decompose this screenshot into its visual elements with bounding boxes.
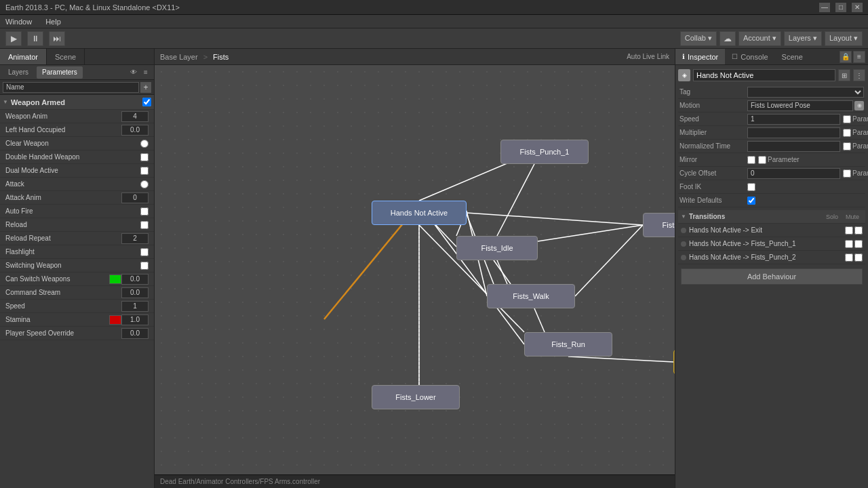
param-value[interactable] (121, 233, 149, 244)
tab-scene[interactable]: Scene (47, 49, 85, 64)
collab-dropdown[interactable]: Collab ▾ (680, 31, 717, 46)
subtab-menu-btn[interactable]: ≡ (140, 67, 151, 78)
param-value[interactable] (121, 301, 149, 312)
transition-mute-checkbox[interactable] (854, 226, 863, 235)
param-value[interactable] (121, 111, 149, 122)
speed-input[interactable] (747, 114, 840, 125)
foot-ik-checkbox[interactable] (747, 183, 755, 191)
close-button[interactable]: ✕ (852, 3, 863, 12)
eye-icon-btn[interactable]: 👁 (128, 67, 139, 78)
transition-mute-checkbox[interactable] (854, 253, 863, 262)
node-fists-lower[interactable]: Fists_Lower (372, 385, 460, 409)
param-value[interactable] (121, 287, 149, 298)
cycle-offset-input[interactable] (747, 168, 840, 179)
param-checkbox[interactable] (140, 167, 149, 175)
canvas-bottom-bar: Dead Earth/Animator Controllers/FPS Arms… (155, 474, 675, 488)
inspector-header: ◈ ⊞ ⋮ (678, 68, 865, 83)
motion-field[interactable]: Fists Lowered Pose (747, 100, 853, 111)
window-controls: — □ ✕ (819, 3, 863, 12)
transitions-section[interactable]: ▼ Transitions Solo Mute (678, 210, 865, 224)
motion-picker-icon[interactable]: ◉ (854, 101, 864, 110)
cloud-button[interactable]: ☁ (719, 31, 736, 46)
menu-window[interactable]: Window (3, 18, 35, 26)
breadcrumb-base-layer[interactable]: Base Layer (160, 53, 198, 61)
tag-select[interactable] (747, 87, 864, 98)
pause-button[interactable]: ⏸ (27, 31, 43, 46)
write-defaults-row: Write Defaults (678, 194, 865, 207)
param-value[interactable] (121, 274, 149, 285)
node-fists-punch-2[interactable]: Fists_Punch_2 (643, 213, 675, 237)
write-defaults-checkbox[interactable] (747, 197, 755, 205)
param-radio[interactable] (140, 180, 149, 188)
node-fists-walk[interactable]: Fists_Walk (487, 284, 575, 308)
play-button[interactable]: ▶ (5, 31, 22, 46)
transition-label[interactable]: Hands Not Active -> Fists_Punch_1 (689, 240, 844, 247)
add-behaviour-button[interactable]: Add Behaviour (681, 268, 863, 285)
param-value[interactable] (121, 192, 149, 203)
account-dropdown[interactable]: Account ▾ (738, 31, 781, 46)
tab-console[interactable]: ☐ Console (725, 49, 774, 64)
transition-solo-checkbox[interactable] (845, 240, 853, 248)
param-checkbox[interactable] (140, 221, 149, 229)
param-value[interactable] (121, 328, 149, 339)
name-search: + (0, 80, 154, 95)
svg-line-13 (426, 213, 524, 344)
more-btn[interactable]: ⋮ (853, 69, 865, 81)
object-name-input[interactable] (693, 69, 835, 81)
normalized-input[interactable] (747, 141, 840, 152)
node-fists-run[interactable]: Fists_Run (524, 332, 612, 357)
transition-label[interactable]: Hands Not Active -> Exit (689, 226, 844, 234)
multiplier-input[interactable] (747, 127, 840, 138)
tab-animator[interactable]: Animator (0, 49, 47, 64)
layout-dropdown[interactable]: Layout ▾ (825, 31, 863, 46)
subtab-layers[interactable]: Layers (3, 66, 34, 79)
param-checkbox[interactable] (140, 153, 149, 161)
app-title: Earth 2018.3 - PC, Mac & Linux Standalon… (5, 3, 819, 12)
transition-label[interactable]: Hands Not Active -> Fists_Punch_2 (689, 253, 844, 261)
transition-mute-checkbox[interactable] (854, 240, 863, 248)
param-checkbox[interactable] (140, 248, 149, 256)
param-radio[interactable] (140, 140, 149, 148)
main-tabs: Animator Scene (0, 49, 154, 65)
parameter-check: Parameter (843, 169, 868, 178)
maximize-button[interactable]: □ (835, 3, 846, 12)
mirror-checkbox[interactable] (747, 156, 755, 164)
green-swatch[interactable] (109, 274, 121, 284)
breadcrumb-fists[interactable]: Fists (213, 53, 229, 61)
section-weapon-armed[interactable]: ▼ Weapon Armed (0, 95, 154, 110)
animator-canvas[interactable]: Fists_Punch_1 Hands Not Active Fists_Pun… (155, 65, 675, 474)
param-checkbox[interactable] (140, 262, 149, 270)
param-label: Switching Weapon (5, 262, 140, 269)
node-hands-not-active[interactable]: Hands Not Active (372, 201, 467, 225)
name-input[interactable] (3, 82, 139, 93)
subtab-parameters[interactable]: Parameters (37, 66, 83, 79)
minimize-button[interactable]: — (819, 3, 830, 12)
inspector-lock-btn[interactable]: 🔒 (840, 51, 852, 63)
node-fists-idle[interactable]: Fists_Idle (456, 236, 538, 260)
param-value[interactable] (121, 314, 149, 325)
red-swatch[interactable] (109, 315, 121, 325)
node-fists-punch-1[interactable]: Fists_Punch_1 (500, 140, 589, 164)
transition-solo-checkbox[interactable] (845, 253, 853, 262)
open-picker-btn[interactable]: ⊞ (838, 69, 850, 81)
transition-solo-checkbox[interactable] (845, 226, 853, 235)
weapon-armed-checkbox[interactable] (142, 98, 151, 106)
tab-inspector[interactable]: ℹ Inspector (675, 49, 725, 64)
param-attack-anim: Attack Anim (0, 191, 154, 205)
normalized-param-checkbox[interactable] (843, 142, 851, 150)
write-defaults-label: Write Defaults (679, 197, 747, 204)
step-button[interactable]: ⏭ (49, 31, 65, 46)
speed-param-checkbox[interactable] (843, 115, 851, 123)
param-checkbox[interactable] (140, 207, 149, 216)
multiplier-param-checkbox[interactable] (843, 129, 851, 137)
mirror-param-checkbox[interactable] (758, 156, 766, 164)
param-value[interactable] (121, 125, 149, 136)
solo-header: Solo (822, 214, 842, 220)
layers-dropdown[interactable]: Layers ▾ (784, 31, 822, 46)
cycle-offset-param-checkbox[interactable] (843, 169, 851, 178)
menu-help[interactable]: Help (43, 18, 64, 26)
tab-scene-inspector[interactable]: Scene (775, 49, 810, 64)
node-fists-punch-3[interactable]: Fists_Punch_3 ↖ (673, 350, 675, 374)
inspector-menu-btn[interactable]: ≡ (853, 51, 865, 63)
add-param-button[interactable]: + (140, 82, 151, 93)
